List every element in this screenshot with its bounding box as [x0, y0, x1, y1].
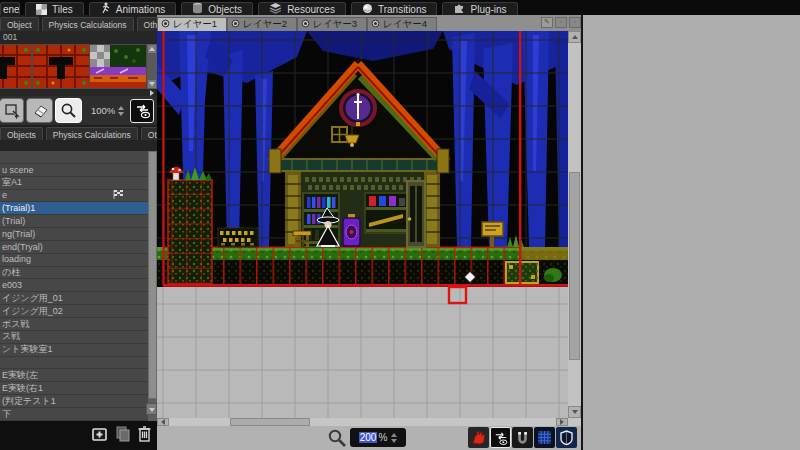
terrain-column — [168, 167, 212, 285]
layer-toolbar-button-2[interactable]: ▪ — [555, 17, 567, 28]
layer-tab-label: レイヤー1 — [173, 18, 217, 31]
tile-thumbnail-1[interactable] — [0, 45, 31, 88]
scene-name: E実験(左 — [2, 369, 148, 382]
scene-list-item[interactable]: e — [0, 190, 148, 203]
tileset-header: 001 — [0, 31, 157, 44]
scene-list-item[interactable]: ng(Trial) — [0, 228, 148, 241]
scene-list-item[interactable]: end(Tryal) — [0, 241, 148, 254]
scene-name: ボス戦 — [2, 318, 148, 331]
delete-scene-button[interactable] — [137, 425, 152, 446]
scene-name: の柱 — [2, 266, 148, 279]
zoom-tool[interactable] — [55, 98, 82, 123]
scene-list-item[interactable]: loading — [0, 254, 148, 267]
tab-tiles[interactable]: Tiles — [25, 2, 84, 15]
tile-palette[interactable] — [0, 44, 157, 89]
scene-list-item[interactable]: ボス戦 — [0, 318, 148, 331]
tab-animations-label: Animations — [116, 4, 165, 15]
scene-list-item[interactable]: (Traial)1 — [0, 202, 148, 215]
shield-overlay-toggle[interactable] — [556, 427, 577, 448]
vscroll-down-button[interactable] — [568, 406, 581, 418]
tab-animations[interactable]: Animations — [89, 2, 176, 15]
eye-icon — [231, 19, 240, 30]
canvas-zoom-field[interactable]: 200 % — [350, 428, 406, 447]
tile-toolbar: 100% — [0, 96, 157, 125]
scene-list: u scene 室A1 e (Traial)1 — [0, 151, 148, 421]
scene-list-item[interactable]: u scene — [0, 164, 148, 177]
tab-other[interactable]: Other — [137, 17, 157, 31]
scene-list-item[interactable]: ント実験室1 — [0, 344, 148, 357]
scene-canvas-viewport[interactable] — [157, 31, 568, 418]
vscroll-up-button[interactable] — [568, 31, 581, 43]
grid-toggle[interactable] — [534, 427, 555, 448]
scene-list-item[interactable]: の柱 — [0, 267, 148, 280]
palette-hscroll[interactable] — [0, 89, 157, 96]
layer-toolbar-button-3[interactable]: ▪ — [569, 17, 581, 28]
tab-physics-calculations-lower[interactable]: Physics Calculations — [46, 127, 138, 141]
tab-plugins[interactable]: Plug-ins — [442, 2, 517, 15]
eraser-tool[interactable] — [26, 98, 53, 123]
scene-list-item[interactable]: ス戦 — [0, 331, 148, 344]
canvas-zoom-spinner[interactable] — [391, 433, 397, 443]
layer-tab[interactable]: レイヤー4 — [367, 17, 437, 31]
snap-magnet-toggle[interactable] — [512, 427, 533, 448]
duplicate-scene-button[interactable] — [115, 425, 131, 446]
tab-other-lower[interactable]: Other — [141, 127, 157, 141]
hscroll-thumb[interactable] — [230, 418, 310, 426]
palette-zoom-spinner[interactable] — [118, 106, 124, 116]
scene-list-footer — [0, 421, 157, 450]
scene-list-item[interactable]: (Trial) — [0, 215, 148, 228]
add-scene-button[interactable] — [90, 425, 109, 446]
tab-transitions-label: Transitions — [378, 4, 427, 15]
rect-select-tool[interactable] — [0, 98, 24, 123]
canvas-zoom-icon[interactable] — [327, 428, 347, 450]
tab-scenes[interactable]: enes — [0, 2, 20, 15]
canvas-vscrollbar[interactable] — [568, 31, 581, 418]
scene-list-item[interactable] — [0, 151, 148, 164]
hscroll-left-button[interactable] — [157, 418, 169, 426]
runner-icon — [100, 2, 111, 16]
palette-scrollbar[interactable] — [147, 44, 157, 89]
layer-tab[interactable]: レイヤー1 — [157, 17, 227, 31]
door — [407, 181, 425, 247]
tab-objects[interactable]: Objects — [181, 2, 253, 15]
scene-list-scroll-thumb[interactable] — [148, 151, 157, 399]
scene-list-item[interactable]: イジング用_01 — [0, 292, 148, 305]
layer-toolbar-button-1[interactable]: ✎ — [541, 17, 553, 28]
tab-objects-lower[interactable]: Objects — [0, 127, 43, 141]
scene-list-scroll-down[interactable] — [146, 403, 157, 415]
tab-tiles-label: Tiles — [52, 4, 73, 15]
layer-tab-bar: レイヤー1 レイヤー2 レイヤー3 レイヤー4 — [157, 15, 581, 31]
tile-thumbnail-2[interactable] — [33, 45, 89, 88]
vscroll-thumb[interactable] — [569, 172, 580, 360]
tab-resources[interactable]: Resources — [258, 2, 346, 15]
tab-objects-label: Objects — [208, 4, 242, 15]
pan-hand-tool[interactable] — [468, 427, 489, 448]
tab-object[interactable]: Object — [0, 17, 39, 31]
scene-list-item[interactable]: e003 — [0, 279, 148, 292]
scene-list-item[interactable]: (判定テスト1 — [0, 395, 148, 408]
canvas-hscrollbar[interactable] — [157, 418, 568, 426]
tile-thumbnail-3[interactable] — [90, 45, 146, 88]
palette-scroll-down[interactable] — [148, 80, 156, 88]
swap-visibility-toggle[interactable] — [490, 427, 511, 448]
scene-list-item[interactable]: E実験(右1 — [0, 382, 148, 395]
scene-name: ス戦 — [2, 330, 148, 343]
main-menu-bar: enes Tiles Animations Objects Resources … — [0, 0, 800, 15]
layer-tab[interactable]: レイヤー3 — [297, 17, 367, 31]
scene-list-item[interactable]: 室A1 — [0, 177, 148, 190]
scene-list-item[interactable]: 下 — [0, 408, 148, 421]
scene-name: ント実験室1 — [2, 343, 148, 356]
scene-name: ng(Trial) — [2, 228, 148, 241]
scene-list-item[interactable] — [0, 357, 148, 370]
scene-list-item[interactable]: E実験(左 — [0, 369, 148, 382]
swap-visibility-tool[interactable] — [130, 99, 154, 123]
tab-transitions[interactable]: Transitions — [351, 2, 438, 15]
tab-physics-calculations[interactable]: Physics Calculations — [42, 17, 134, 31]
scene-list-scrollbar[interactable] — [148, 151, 157, 421]
scene-canvas[interactable] — [157, 31, 568, 418]
scene-list-item[interactable]: イジング用_02 — [0, 305, 148, 318]
hscroll-right-button[interactable] — [556, 418, 568, 426]
palette-scroll-up[interactable] — [148, 45, 156, 53]
layer-tab[interactable]: レイヤー2 — [227, 17, 297, 31]
panel-lower-tabs: Objects Physics Calculations Other — [0, 125, 157, 141]
